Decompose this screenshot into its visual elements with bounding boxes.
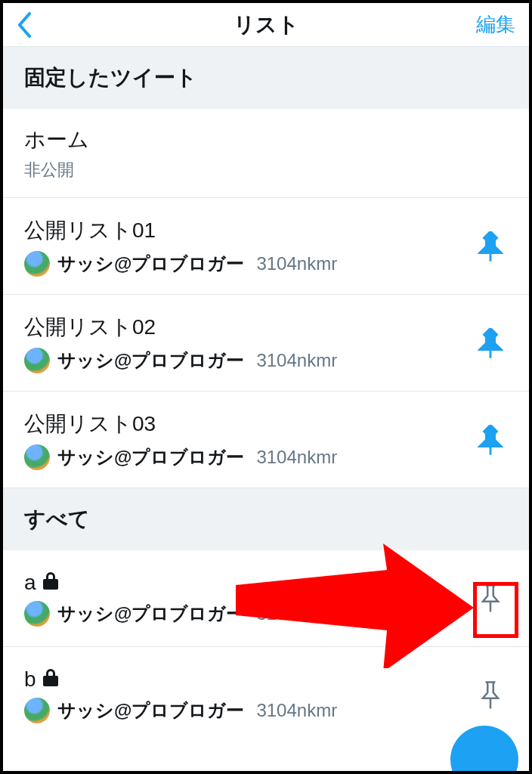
navbar: リスト 編集 <box>3 3 529 47</box>
list-author: サッシ@プロブロガー 3104nkmr <box>24 698 473 723</box>
list-title: 公開リスト01 <box>24 216 473 245</box>
chevron-left-icon <box>17 12 32 38</box>
section-header-pinned: 固定したツイート <box>3 47 529 109</box>
author-handle: 3104nkmr <box>256 700 337 721</box>
list-author: サッシ@プロブロガー 3104nkmr <box>24 444 473 470</box>
pin-button[interactable] <box>473 678 508 713</box>
author-handle: 3104nkmr <box>256 603 337 624</box>
list-title: b <box>24 667 473 692</box>
list-row[interactable]: 公開リスト02 サッシ@プロブロガー 3104nkmr <box>3 295 529 392</box>
list-row[interactable]: 公開リスト01 サッシ@プロブロガー 3104nkmr <box>3 198 529 295</box>
list-author: サッシ@プロブロガー 3104nkmr <box>24 601 473 627</box>
author-name: サッシ@プロブロガー <box>57 252 244 276</box>
avatar <box>24 601 50 627</box>
list-title: 公開リスト03 <box>24 410 473 438</box>
list-title: a <box>24 571 473 595</box>
list-author: サッシ@プロブロガー 3104nkmr <box>24 348 473 373</box>
back-button[interactable] <box>17 12 32 38</box>
pin-button[interactable] <box>473 326 508 361</box>
author-handle: 3104nkmr <box>256 447 337 468</box>
avatar <box>24 698 50 723</box>
pin-outline-icon <box>479 584 502 613</box>
privacy-label: 非公開 <box>24 159 74 181</box>
author-name: サッシ@プロブロガー <box>57 698 244 723</box>
page-title: リスト <box>234 11 299 39</box>
pin-filled-icon <box>478 328 503 358</box>
list-row[interactable]: 公開リスト03 サッシ@プロブロガー 3104nkmr <box>3 392 529 488</box>
avatar <box>24 251 50 277</box>
list-title-text: a <box>24 571 36 595</box>
author-name: サッシ@プロブロガー <box>57 445 244 469</box>
pin-button[interactable] <box>473 581 508 616</box>
list-row-home[interactable]: ホーム 非公開 <box>3 109 529 198</box>
avatar <box>24 348 50 373</box>
author-handle: 3104nkmr <box>256 253 337 274</box>
author-name: サッシ@プロブロガー <box>57 348 244 373</box>
list-title: 公開リスト02 <box>24 313 473 342</box>
lock-icon <box>42 571 59 595</box>
pin-button[interactable] <box>473 423 508 457</box>
avatar <box>24 444 50 470</box>
pin-filled-icon <box>478 231 503 262</box>
pin-outline-icon <box>479 681 502 710</box>
pin-filled-icon <box>478 425 503 455</box>
list-row[interactable]: b サッシ@プロブロガー 3104nkmr <box>3 647 529 744</box>
pin-button[interactable] <box>473 229 508 264</box>
lock-icon <box>42 667 59 692</box>
list-title: ホーム <box>24 125 89 154</box>
section-header-all: すべて <box>3 488 529 550</box>
edit-button[interactable]: 編集 <box>476 11 515 38</box>
list-title-text: b <box>24 667 36 692</box>
author-name: サッシ@プロブロガー <box>57 602 244 626</box>
author-handle: 3104nkmr <box>256 350 337 371</box>
list-row[interactable]: a サッシ@プロブロガー 3104nkmr <box>3 550 529 647</box>
list-author: サッシ@プロブロガー 3104nkmr <box>24 251 473 277</box>
